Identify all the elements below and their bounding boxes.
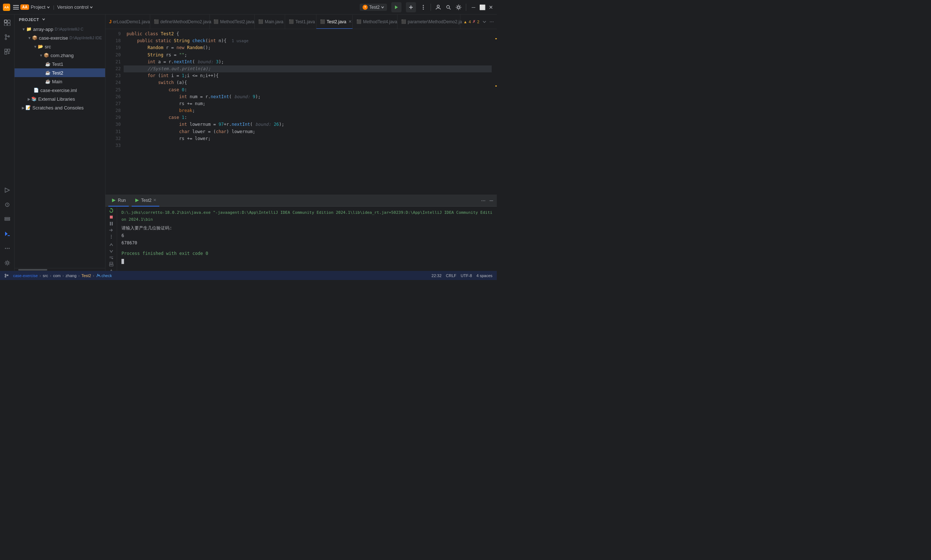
tree-item-scratches[interactable]: ▶ 📝 Scratches and Consoles [15, 103, 105, 112]
status-indent[interactable]: 4 spaces [475, 274, 494, 278]
run-config-dropdown-icon [381, 6, 384, 9]
tabs-more-icon[interactable] [489, 20, 494, 24]
svg-point-41 [483, 200, 484, 201]
minimize-button[interactable]: ─ [471, 5, 476, 10]
settings-icon[interactable] [455, 5, 462, 10]
editor-main: 9 18 19 20 21 22 23 24 25 26 27 28 29 30… [105, 29, 497, 195]
svg-rect-0 [13, 5, 19, 6]
test2-run-close[interactable]: ✕ [153, 198, 156, 203]
code-line-32: char lower = (char) lowernum; [124, 128, 492, 135]
tree-item-test2[interactable]: ☕ Test2 [15, 68, 105, 77]
title-bar: AA AA Project | Version control [0, 0, 497, 15]
activity-plugins-icon[interactable] [1, 45, 14, 58]
run-output[interactable]: D:\.jdks\corretto-18.0.2\bin\java.exe "-… [117, 206, 497, 271]
code-line-21: int a = r.nextInt( bound: 3); [124, 58, 492, 65]
activity-run-icon[interactable] [1, 184, 14, 197]
src-folder-icon: 📂 [38, 44, 43, 49]
status-breadcrumb[interactable]: case-exercise › src › com › zhang › Test… [12, 271, 114, 280]
tree-item-main[interactable]: ☕ Main [15, 77, 105, 86]
tree-item-src[interactable]: ▼ 📂 src [15, 42, 105, 51]
run-panel-more-icon[interactable] [481, 198, 486, 203]
pause-button[interactable] [107, 221, 115, 226]
maximize-button[interactable]: ⬜ [479, 5, 485, 10]
svg-rect-16 [8, 23, 10, 26]
run-tab[interactable]: Run [108, 195, 129, 206]
run-cursor-line [122, 258, 492, 265]
tab-test1[interactable]: ⬛ Test1.java [285, 15, 316, 29]
run-output-678670: 678670 [122, 239, 492, 246]
chevron-right-icon: ▶ [28, 97, 31, 101]
gutter-warning-2 [496, 85, 497, 86]
status-git-icon[interactable] [3, 271, 10, 280]
svg-rect-15 [5, 23, 7, 26]
title-bar-right: T Test2 ─ ⬜ ✕ [360, 2, 494, 12]
java-file-selected-icon: ☕ [45, 70, 51, 75]
status-line-ending[interactable]: CRLF [445, 274, 458, 278]
soft-wrap-button[interactable] [107, 255, 115, 260]
activity-settings-bottom-icon[interactable] [1, 256, 14, 269]
run-more-button[interactable] [107, 234, 115, 239]
tab-main[interactable]: ⬛ Main.java [255, 15, 285, 29]
tab-param[interactable]: ⬛ parameter\MethodDemo2.ja [397, 15, 460, 29]
tab-method4[interactable]: ⬛ MethodTest4.java [353, 15, 397, 29]
tab-methodtest2[interactable]: ⬛ MethodTest2.java [210, 15, 255, 29]
activity-bar [0, 15, 15, 271]
run-config[interactable]: T Test2 [360, 4, 387, 11]
restart-button[interactable] [107, 208, 115, 213]
chevron-down-icon: ▼ [22, 27, 25, 31]
search-icon[interactable] [445, 5, 451, 10]
stop-button[interactable] [107, 215, 115, 220]
run-button[interactable] [391, 2, 402, 12]
activity-services-icon[interactable] [1, 213, 14, 226]
tab-overload[interactable]: J erLoadDemo1.java [105, 15, 150, 29]
svg-rect-22 [5, 52, 7, 54]
activity-terminal-icon[interactable] [1, 227, 14, 240]
app-icon: AA [3, 4, 10, 11]
version-control-label[interactable]: Version control [57, 5, 93, 10]
project-dropdown-icon [46, 5, 50, 9]
activity-debug-icon[interactable] [1, 198, 14, 211]
svg-point-8 [423, 8, 424, 9]
module-folder-icon: 📦 [32, 35, 37, 40]
tree-item-com-zhang[interactable]: ▼ 📦 com.zhang [15, 51, 105, 60]
account-icon[interactable] [435, 5, 441, 10]
print-button[interactable] [107, 262, 115, 267]
run-panel-minimize-icon[interactable] [489, 198, 494, 203]
tab-define[interactable]: ⬛ define\MethodDemo2.java [150, 15, 210, 29]
svg-point-34 [6, 262, 8, 264]
activity-project-icon[interactable] [1, 16, 14, 29]
tree-item-external-libraries[interactable]: ▶ 📚 External Libraries [15, 95, 105, 103]
tree-item-array-app[interactable]: ▼ 📁 array-app D:\App\IntelliJ C [15, 25, 105, 34]
activity-git-icon[interactable] [1, 31, 14, 44]
activity-more-icon[interactable] [1, 242, 14, 255]
tree-item-case-exercise[interactable]: ▼ 📦 case-exercise D:\App\IntelliJ IDE [15, 34, 105, 42]
sidebar-header: Project [15, 15, 105, 25]
code-editor[interactable]: public class Test2 { public static Strin… [124, 29, 492, 195]
tree-item-iml[interactable]: 📄 case-exercise.iml [15, 86, 105, 95]
status-encoding[interactable]: UTF-8 [459, 274, 474, 278]
code-line-31: int lowernum = 97+r.nextInt( bound: 26); [124, 121, 492, 128]
tree-item-test1[interactable]: ☕ Test1 [15, 60, 105, 68]
close-button[interactable]: ✕ [488, 5, 494, 10]
test2-run-tab[interactable]: Test2 ✕ [132, 195, 159, 206]
input-redirect-button[interactable] [107, 228, 115, 233]
scroll-up-button[interactable] [107, 242, 115, 247]
hamburger-icon[interactable] [13, 5, 19, 10]
status-position[interactable]: 22:32 [430, 274, 443, 278]
code-line-18: public static String check(int n){ 1 usa… [124, 37, 492, 45]
more-vert-icon[interactable] [420, 5, 426, 10]
chevron-down-icon: ▼ [39, 54, 43, 57]
tab-test2-close[interactable]: ✕ [348, 19, 352, 24]
project-label[interactable]: Project [31, 5, 50, 10]
horizontal-scrollbar[interactable] [15, 268, 105, 271]
svg-rect-5 [411, 5, 411, 9]
build-button[interactable] [406, 2, 416, 12]
clear-button[interactable] [107, 268, 115, 271]
svg-rect-45 [110, 215, 113, 218]
svg-point-12 [457, 6, 460, 8]
svg-point-50 [111, 238, 111, 238]
app-logo-aa: AA [20, 5, 29, 10]
tabs-expand-icon[interactable] [482, 20, 486, 24]
scroll-down-button[interactable] [107, 249, 115, 254]
tab-test2[interactable]: ⬛ Test2.java ✕ [316, 15, 353, 29]
